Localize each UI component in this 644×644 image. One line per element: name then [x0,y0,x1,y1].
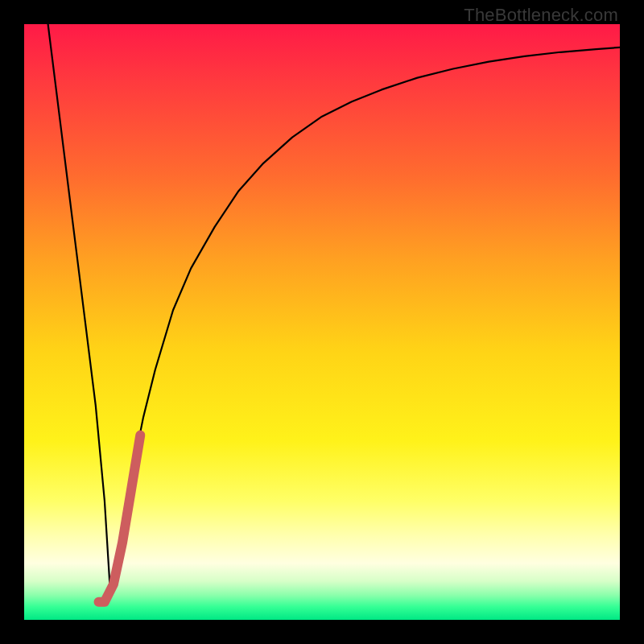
chart-svg [24,24,620,620]
plot-area [24,24,620,620]
chart-frame: TheBottleneck.com [0,0,644,644]
gradient-background [24,24,620,620]
watermark-text: TheBottleneck.com [464,5,618,26]
